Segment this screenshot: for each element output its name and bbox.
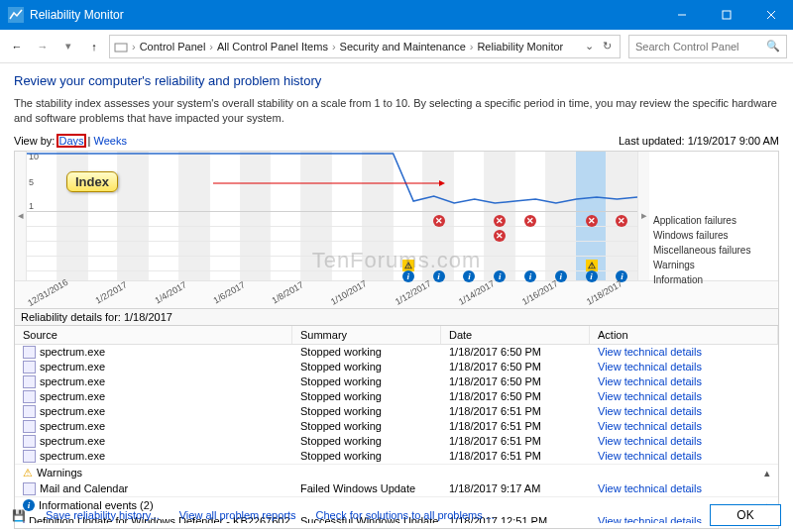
navbar: ← → ▾ ↑ › Control Panel› All Control Pan… [0, 30, 793, 63]
error-icon: ✕ [494, 215, 506, 227]
up-button[interactable]: ↑ [83, 36, 105, 57]
error-icon: ✕ [616, 215, 627, 227]
app-icon [23, 482, 36, 495]
scroll-right-button[interactable]: ▸ [637, 152, 649, 280]
save-history-link[interactable]: Save reliability history... [46, 509, 160, 522]
chart-legend: Application failuresWindows failuresMisc… [649, 152, 778, 280]
table-row[interactable]: spectrum.exeStopped working1/18/2017 6:5… [15, 419, 778, 434]
breadcrumb-dropdown[interactable]: ⌄ [580, 38, 598, 55]
footer: 💾 Save reliability history... View all p… [0, 504, 793, 526]
table-row[interactable]: Mail and CalendarFailed Windows Update1/… [15, 481, 778, 496]
col-action[interactable]: Action [590, 326, 778, 344]
table-row[interactable]: spectrum.exeStopped working1/18/2017 6:5… [15, 434, 778, 449]
search-box[interactable]: 🔍 [628, 35, 787, 58]
ok-button[interactable]: OK [710, 504, 781, 526]
col-source[interactable]: Source [15, 326, 292, 344]
table-row[interactable]: spectrum.exeStopped working1/18/2017 6:5… [15, 449, 778, 464]
forward-button[interactable]: → [32, 36, 54, 57]
view-days-link[interactable]: Days [57, 135, 84, 147]
details-table: Source Summary Date Action spectrum.exeS… [14, 326, 779, 529]
breadcrumb[interactable]: › Control Panel› All Control Panel Items… [109, 35, 621, 58]
view-details-link[interactable]: View technical details [598, 375, 702, 387]
view-details-link[interactable]: View technical details [598, 482, 702, 494]
view-all-link[interactable]: View all problem reports [179, 509, 296, 522]
last-updated: Last updated: 1/19/2017 9:00 AM [619, 135, 779, 147]
svg-rect-5 [115, 44, 127, 52]
search-input[interactable] [635, 41, 766, 53]
view-details-link[interactable]: View technical details [598, 405, 702, 417]
minimize-button[interactable] [659, 0, 704, 30]
error-icon: ✕ [433, 215, 445, 227]
view-weeks-link[interactable]: Weeks [93, 135, 126, 147]
breadcrumb-item[interactable]: All Control Panel Items [217, 41, 328, 53]
app-icon [8, 7, 24, 23]
check-solutions-link[interactable]: Check for solutions to all problems ... [316, 509, 495, 522]
app-icon [23, 375, 36, 388]
maximize-button[interactable] [704, 0, 748, 30]
view-details-link[interactable]: View technical details [598, 420, 702, 432]
table-row[interactable]: spectrum.exeStopped working1/18/2017 6:5… [15, 345, 778, 360]
chart-container: ◂ 10 5 1 Index ✕✕✕✕✕✕⚠⚠iiiiiiii ▸ Applic… [14, 151, 779, 309]
info-icon: i [555, 270, 567, 282]
error-icon: ✕ [524, 215, 536, 227]
view-details-link[interactable]: View technical details [598, 361, 702, 372]
page-heading: Review your computer's reliability and p… [14, 73, 779, 88]
app-icon [23, 346, 36, 359]
scroll-left-button[interactable]: ◂ [15, 152, 27, 280]
warning-icon: ⚠ [402, 260, 414, 271]
refresh-button[interactable]: ↻ [598, 38, 616, 55]
stability-chart[interactable]: 10 5 1 Index ✕✕✕✕✕✕⚠⚠iiiiiiii [27, 152, 637, 280]
app-icon [23, 450, 36, 463]
view-details-link[interactable]: View technical details [598, 435, 702, 447]
titlebar: Reliability Monitor [0, 0, 793, 30]
view-details-link[interactable]: View technical details [598, 390, 702, 402]
app-icon [23, 435, 36, 448]
breadcrumb-item[interactable]: Security and Maintenance [340, 41, 466, 53]
app-icon [23, 390, 36, 403]
breadcrumb-item[interactable]: Reliability Monitor [477, 41, 563, 53]
window-title: Reliability Monitor [30, 8, 659, 22]
error-icon: ✕ [494, 230, 506, 242]
group-warnings[interactable]: ⚠Warnings▴ [15, 464, 778, 481]
error-icon: ✕ [586, 215, 598, 227]
back-button[interactable]: ← [6, 36, 28, 57]
details-header: Reliability details for: 1/18/2017 [14, 309, 779, 326]
search-icon: 🔍 [766, 40, 780, 53]
page-description: The stability index assesses your system… [14, 96, 779, 127]
view-by: View by: Days | Weeks [14, 135, 127, 147]
info-icon: i [524, 270, 536, 282]
app-icon [23, 361, 36, 373]
warning-icon: ⚠ [586, 260, 598, 271]
info-icon: i [586, 270, 598, 282]
disk-icon: 💾 [12, 509, 26, 522]
table-row[interactable]: spectrum.exeStopped working1/18/2017 6:5… [15, 404, 778, 419]
folder-icon [114, 40, 128, 53]
breadcrumb-item[interactable]: Control Panel [140, 41, 206, 53]
table-row[interactable]: spectrum.exeStopped working1/18/2017 6:5… [15, 360, 778, 374]
col-summary[interactable]: Summary [292, 326, 441, 344]
app-icon [23, 405, 36, 418]
svg-rect-2 [723, 11, 731, 19]
info-icon: i [402, 270, 414, 282]
view-details-link[interactable]: View technical details [598, 346, 702, 358]
info-icon: i [433, 270, 445, 282]
table-row[interactable]: spectrum.exeStopped working1/18/2017 6:5… [15, 389, 778, 404]
history-dropdown[interactable]: ▾ [57, 36, 79, 57]
col-date[interactable]: Date [441, 326, 590, 344]
app-icon [23, 420, 36, 433]
table-row[interactable]: spectrum.exeStopped working1/18/2017 6:5… [15, 374, 778, 389]
view-details-link[interactable]: View technical details [598, 450, 702, 462]
close-button[interactable] [748, 0, 793, 30]
info-icon: i [494, 270, 506, 282]
